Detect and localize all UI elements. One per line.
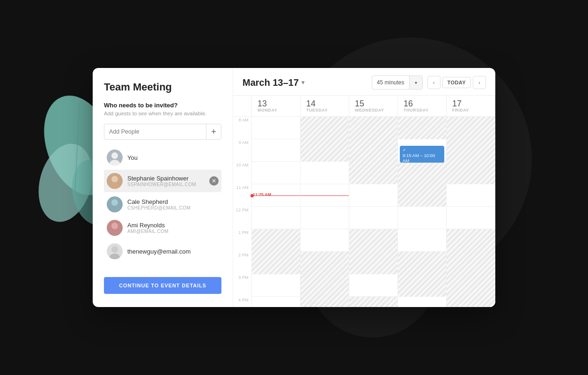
hour-cell[interactable] bbox=[252, 117, 300, 139]
busy-block bbox=[301, 252, 349, 307]
svg-point-11 bbox=[110, 230, 120, 236]
time-label: 12 PM bbox=[236, 208, 249, 212]
current-time-line-bar bbox=[301, 195, 349, 196]
day-column-wednesday[interactable] bbox=[349, 117, 398, 307]
event-block[interactable]: ✓ 9:15 AM – 10:00 AM bbox=[400, 146, 444, 163]
time-spacer bbox=[233, 96, 252, 116]
day-name: THURSDAY bbox=[404, 108, 446, 112]
person-info: Ami Reynolds AMI@EMAIL.COM bbox=[127, 222, 219, 234]
add-people-input[interactable] bbox=[104, 125, 206, 139]
nav-controls: ‹ TODAY › bbox=[427, 76, 486, 89]
current-time-indicator-ext bbox=[301, 195, 349, 196]
hour-cell[interactable] bbox=[252, 297, 300, 307]
hour-cell[interactable] bbox=[398, 297, 446, 307]
hour-cell[interactable] bbox=[301, 229, 349, 252]
chevron-down-icon: ▾ bbox=[301, 79, 304, 86]
busy-block bbox=[398, 252, 446, 297]
svg-point-10 bbox=[111, 223, 118, 229]
list-item[interactable]: thenewguy@email.com bbox=[104, 240, 221, 262]
time-label: 11 AM bbox=[236, 185, 249, 190]
duration-label: 45 minutes bbox=[372, 77, 409, 88]
busy-block bbox=[349, 117, 397, 184]
calendar-header: March 13–17 ▾ 45 minutes ▾ ‹ TODAY › bbox=[233, 68, 495, 96]
time-slot: 3 PM bbox=[233, 274, 251, 297]
calendar-body: 8 AM9 AM10 AM11 AM12 PM1 PM2 PM3 PM4 PM5… bbox=[233, 117, 495, 307]
busy-block bbox=[301, 117, 349, 162]
list-item[interactable]: Ami Reynolds AMI@EMAIL.COM bbox=[104, 217, 221, 239]
person-name: thenewguy@email.com bbox=[127, 248, 219, 255]
time-label: 1 PM bbox=[238, 230, 249, 235]
day-name: FRIDAY bbox=[452, 108, 495, 112]
hour-cell[interactable] bbox=[349, 274, 397, 297]
event-time: 9:15 AM – 10:00 AM bbox=[403, 153, 441, 163]
busy-block bbox=[447, 229, 495, 307]
hour-cell[interactable] bbox=[252, 207, 300, 229]
person-info: thenewguy@email.com bbox=[127, 248, 219, 255]
time-slot: 11 AM bbox=[233, 184, 251, 207]
hour-cell[interactable] bbox=[252, 162, 300, 184]
right-panel: March 13–17 ▾ 45 minutes ▾ ‹ TODAY › 13 … bbox=[233, 68, 495, 307]
current-time-indicator: 11:25 AM bbox=[252, 195, 300, 196]
list-item[interactable]: You bbox=[104, 146, 221, 169]
person-email: SSPAINHOWER@EMAIL.COM bbox=[127, 182, 209, 187]
svg-point-13 bbox=[110, 254, 120, 259]
busy-block bbox=[398, 162, 446, 207]
panel-title: Team Meeting bbox=[104, 81, 221, 93]
left-panel: Team Meeting Who needs to be invited? Ad… bbox=[93, 68, 233, 307]
person-info: You bbox=[127, 154, 219, 161]
hour-cell[interactable] bbox=[301, 207, 349, 229]
time-label: 10 AM bbox=[236, 163, 249, 167]
time-slot: 9 AM bbox=[233, 139, 251, 162]
prev-button[interactable]: ‹ bbox=[427, 76, 441, 89]
person-email: CSHEPHERD@EMAIL.COM bbox=[127, 205, 219, 210]
hour-cell[interactable] bbox=[252, 139, 300, 162]
day-number: 16 bbox=[404, 99, 446, 108]
person-name: Stephanie Spainhower bbox=[127, 175, 209, 182]
avatar bbox=[107, 150, 123, 165]
time-slot: 1 PM bbox=[233, 229, 251, 252]
next-button[interactable]: › bbox=[473, 76, 486, 89]
person-info: Cale Shepherd CSHEPHERD@EMAIL.COM bbox=[127, 198, 219, 210]
busy-block bbox=[349, 297, 397, 307]
day-column-thursday[interactable]: ✓ 9:15 AM – 10:00 AM bbox=[398, 117, 447, 307]
duration-decrease-button[interactable]: ▾ bbox=[409, 76, 422, 89]
hour-cell[interactable] bbox=[398, 207, 446, 229]
hour-cell[interactable] bbox=[447, 184, 495, 207]
person-name: Ami Reynolds bbox=[127, 222, 219, 229]
list-item[interactable]: Cale Shepherd CSHEPHERD@EMAIL.COM bbox=[104, 193, 221, 216]
continue-button[interactable]: CONTINUE TO EVENT DETAILS bbox=[104, 277, 221, 294]
people-list: You Stephanie Spainhower SSPAINHOWER@EMA… bbox=[104, 146, 221, 270]
busy-block bbox=[252, 229, 300, 274]
duration-control: 45 minutes ▾ bbox=[372, 75, 423, 90]
add-people-button[interactable]: + bbox=[206, 124, 221, 139]
time-label: 4 PM bbox=[238, 298, 249, 302]
svg-point-4 bbox=[111, 152, 118, 159]
day-column-monday[interactable]: 11:25 AM bbox=[252, 117, 301, 307]
remove-button[interactable]: ✕ bbox=[209, 176, 219, 186]
hour-cell[interactable] bbox=[349, 184, 397, 207]
list-item[interactable]: Stephanie Spainhower SSPAINHOWER@EMAIL.C… bbox=[104, 170, 221, 192]
day-column-tuesday[interactable] bbox=[301, 117, 349, 307]
hour-cell[interactable] bbox=[398, 229, 446, 252]
busy-block bbox=[349, 229, 397, 274]
time-label: 9 AM bbox=[239, 140, 249, 145]
calendar-days-header: 13 MONDAY 14 TUESDAY 15 WEDNESDAY 16 THU… bbox=[233, 96, 495, 117]
today-button[interactable]: TODAY bbox=[442, 77, 471, 88]
calendar-day-header: 16 THURSDAY bbox=[398, 96, 447, 116]
hour-cell[interactable] bbox=[349, 207, 397, 229]
calendar-day-header: 13 MONDAY bbox=[252, 96, 301, 116]
hour-cell[interactable] bbox=[252, 274, 300, 297]
busy-block bbox=[398, 117, 446, 139]
svg-point-6 bbox=[111, 176, 118, 182]
day-name: TUESDAY bbox=[306, 108, 349, 112]
person-email: AMI@EMAIL.COM bbox=[127, 229, 219, 234]
busy-block bbox=[447, 117, 495, 184]
svg-point-8 bbox=[111, 199, 118, 206]
hour-cell[interactable] bbox=[447, 207, 495, 229]
day-column-friday[interactable] bbox=[447, 117, 495, 307]
day-number: 13 bbox=[257, 99, 300, 108]
calendar-day-header: 14 TUESDAY bbox=[301, 96, 349, 116]
day-number: 17 bbox=[452, 99, 495, 108]
event-check-icon: ✓ bbox=[403, 148, 441, 152]
hour-cell[interactable] bbox=[301, 162, 349, 184]
